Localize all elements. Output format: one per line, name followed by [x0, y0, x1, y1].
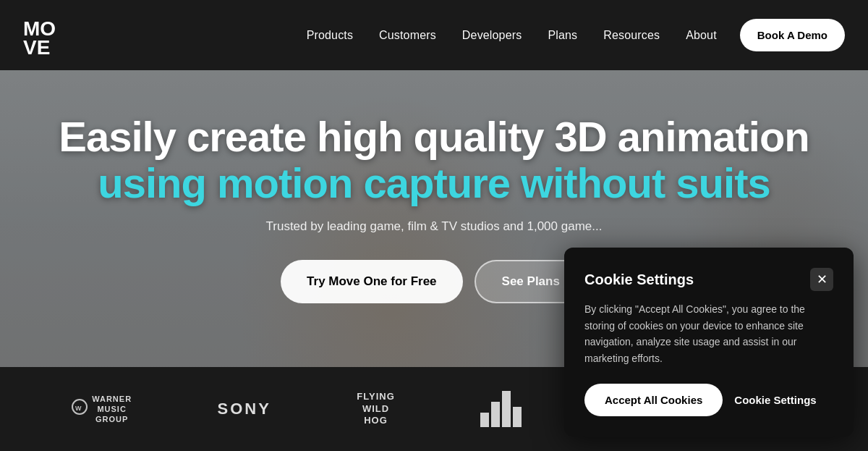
cookie-modal: Cookie Settings ✕ By clicking "Accept Al… — [564, 248, 854, 437]
hero-subtitle: Trusted by leading game, film & TV studi… — [58, 219, 810, 234]
cookie-close-button[interactable]: ✕ — [810, 268, 833, 291]
nav-resources[interactable]: Resources — [603, 29, 660, 42]
cookie-actions: Accept All Cookies Cookie Settings — [584, 384, 833, 416]
nav-plans[interactable]: Plans — [548, 29, 577, 42]
cookie-settings-button[interactable]: Cookie Settings — [734, 394, 816, 406]
svg-text:W: W — [75, 405, 82, 412]
try-free-button[interactable]: Try Move One for Free — [281, 260, 463, 303]
logo-sony: SONY — [218, 400, 271, 418]
nav-about[interactable]: About — [686, 29, 717, 42]
svg-text:VE: VE — [23, 36, 50, 55]
nav-links: Products Customers Developers Plans Reso… — [307, 29, 717, 42]
logo-flying-wild-hog: FLYINGWILDHOG — [357, 391, 394, 428]
nav-developers[interactable]: Developers — [462, 29, 522, 42]
nav-products[interactable]: Products — [307, 29, 353, 42]
hero-title-white: Easily create high quality 3D animation — [58, 114, 810, 160]
cookie-title: Cookie Settings — [584, 271, 694, 288]
navbar: MO VE Products Customers Developers Plan… — [0, 0, 868, 70]
hero-title-cyan: using motion capture without suits — [58, 160, 810, 206]
cookie-header: Cookie Settings ✕ — [584, 268, 833, 291]
cookie-body-text: By clicking "Accept All Cookies", you ag… — [584, 301, 833, 366]
accept-all-cookies-button[interactable]: Accept All Cookies — [584, 384, 723, 416]
nav-customers[interactable]: Customers — [379, 29, 436, 42]
logo[interactable]: MO VE — [23, 15, 81, 55]
logo-warner: W WARNERMUSICGROUP — [72, 394, 132, 425]
book-demo-button[interactable]: Book A Demo — [740, 19, 845, 51]
logo-bars — [480, 391, 522, 427]
